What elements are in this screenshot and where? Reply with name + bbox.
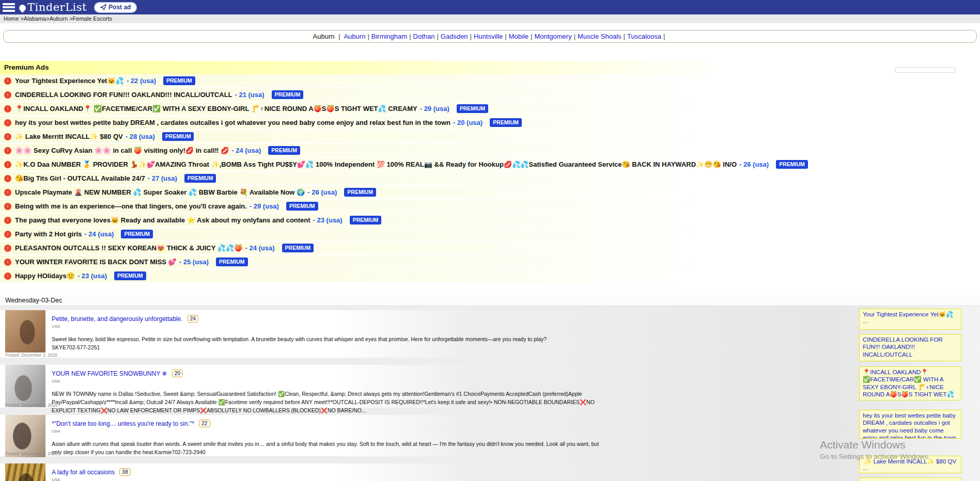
sidebar-premium-ad[interactable]: CINDERELLA LOOKING FOR FUN!!! OAKLAND!!!… (859, 334, 961, 361)
brand-logo[interactable]: TinderList (19, 1, 87, 13)
sidebar-premium-ad[interactable]: 📍INCALL OAKLAND📍 ✅FACETIME/CAR✅ WITH A S… (859, 366, 961, 400)
listing-thumbnail[interactable] (5, 310, 45, 352)
city-link[interactable]: Auburn (344, 33, 365, 40)
premium-ad-row[interactable]: 😘Big Tits Girl - OUTCALL Available 24/7 … (0, 172, 980, 185)
flame-icon (18, 3, 27, 12)
premium-ad-row[interactable]: hey its your best wettes petite baby DRE… (0, 116, 980, 129)
listing-country: USA (52, 477, 610, 481)
sidebar-premium-ad[interactable] (859, 477, 961, 481)
upvote-icon (4, 231, 11, 238)
city-separator: | (470, 33, 472, 40)
premium-ad-row[interactable]: PLEASANTON OUTCALLS !! SEXY KOREAN😻 THIC… (0, 242, 980, 254)
age-badge: 24 (188, 315, 199, 323)
premium-ad-title[interactable]: The pawg that everyone loves🐱 Ready and … (15, 216, 310, 224)
city-link[interactable]: Gadsden (441, 33, 468, 40)
listing-thumbnail[interactable] (5, 463, 45, 481)
listing-title-link[interactable]: A lady for all occasions (52, 469, 115, 476)
premium-ad-row[interactable]: CINDERELLA LOOKING FOR FUN!!! OAKLAND!!!… (0, 88, 980, 101)
premium-ad-title[interactable]: 🌸🌸 Sexy CuRvy Asian 🌸🌸 in call 🍑 visitin… (15, 147, 229, 154)
listing-card: *"Don't stare too long… unless you're re… (0, 415, 610, 456)
premium-ad-title[interactable]: Party with 2 Hot girls (15, 230, 82, 238)
upvote-icon (4, 272, 11, 280)
listing-title-link[interactable]: *"Don't stare too long… unless you're re… (52, 420, 194, 427)
city-link[interactable]: Tuscaloosa (627, 33, 661, 40)
premium-ad-row[interactable]: Happy HOlidays🙂 - 23 (usa) PREMIUM (0, 269, 980, 282)
premium-ad-age: - 24 (usa) (245, 244, 274, 252)
premium-badge: PREMIUM (490, 118, 522, 127)
listing-card: A lady for all occasions 38 USA (0, 463, 610, 481)
premium-ads-section: Premium Ads Your Tightest Experience Yet… (0, 61, 980, 283)
premium-badge: PREMIUM (776, 160, 808, 169)
premium-ad-title[interactable]: YOUR WINTER FAVORITE IS BACK DONT MISS 💕 (15, 258, 177, 266)
brand-name: TinderList (27, 1, 87, 13)
premium-badge: PREMIUM (344, 188, 376, 197)
menu-icon[interactable] (3, 3, 15, 12)
city-separator: | (574, 33, 575, 40)
premium-ad-title[interactable]: Upscale Playmate 🌋 NEW NUMBER 💦 Super So… (15, 188, 305, 196)
premium-ad-row[interactable]: 🌸🌸 Sexy CuRvy Asian 🌸🌸 in call 🍑 visitin… (0, 144, 980, 157)
upvote-icon (4, 161, 11, 168)
premium-ad-title[interactable]: hey its your best wettes petite baby DRE… (15, 119, 450, 126)
sidebar-premium-ad[interactable]: Your Tightest Experience Yet🐱💦 ... (859, 309, 961, 330)
listing-title-link[interactable]: Petite, brunette, and dangerously unforg… (52, 315, 183, 323)
premium-ad-row[interactable]: The pawg that everyone loves🐱 Ready and … (0, 214, 980, 227)
premium-ad-age: - 29 (usa) (420, 105, 449, 113)
listing-country: USA (52, 429, 610, 434)
premium-badge: PREMIUM (268, 146, 300, 155)
premium-ad-row[interactable]: Your Tightest Experience Yet🐱💦 - 22 (usa… (0, 74, 980, 87)
city-link[interactable]: Birmingham (371, 33, 407, 40)
post-ad-button[interactable]: Post ad (94, 2, 137, 13)
premium-ad-row[interactable]: Being with me is an experience—one that … (0, 200, 980, 213)
upvote-icon (4, 133, 11, 140)
premium-ad-title[interactable]: Your Tightest Experience Yet🐱💦 (15, 77, 124, 85)
premium-ad-row[interactable]: YOUR WINTER FAVORITE IS BACK DONT MISS 💕… (0, 255, 980, 268)
sidebar-ad-ellipsis: ... (863, 318, 958, 324)
premium-badge: PREMIUM (121, 230, 153, 238)
sidebar-ad-title[interactable]: CINDERELLA LOOKING FOR FUN!!! OAKLAND!!!… (863, 336, 958, 358)
upvote-icon (4, 189, 11, 196)
premium-ad-row[interactable]: ✨K.O Daa NUMBER 🥇 PROVIDER 💃✨💕AMAZING Th… (0, 158, 980, 171)
posted-date: Posted: December 3, 2025 (5, 352, 57, 358)
premium-ad-title[interactable]: Happy HOlidays🙂 (15, 272, 75, 280)
premium-ad-title[interactable]: CINDERELLA LOOKING FOR FUN!!! OAKLAND!!!… (15, 91, 232, 99)
upvote-icon (4, 245, 11, 252)
city-link[interactable]: Mobile (509, 33, 528, 40)
premium-ad-row[interactable]: ✨ Lake Merritt INCALL✨ $80 QV - 28 (usa)… (0, 130, 980, 143)
sidebar-ad-title[interactable]: hey its your best wettes petite baby DRE… (863, 412, 958, 439)
posted-date: Posted: December 3, 2025 (5, 403, 57, 408)
premium-badge: PREMIUM (350, 216, 382, 225)
city-link[interactable]: Huntsville (474, 33, 503, 40)
post-ad-label: Post ad (108, 4, 131, 11)
sidebar-ad-title[interactable]: Your Tightest Experience Yet🐱💦 (863, 311, 958, 318)
listing-title-link[interactable]: YOUR NEW FAVORITE SNOWBUNNY ❄ (52, 370, 167, 377)
city-current: Auburn (313, 33, 335, 40)
premium-ad-row[interactable]: Party with 2 Hot girls - 24 (usa) PREMIU… (0, 228, 980, 241)
premium-ad-row[interactable]: 📍INCALL OAKLAND📍 ✅FACETIME/CAR✅ WITH A S… (0, 102, 980, 115)
premium-ad-title[interactable]: Being with me is an experience—one that … (15, 202, 247, 210)
premium-ad-age: - 29 (usa) (250, 202, 279, 210)
premium-ad-row[interactable]: Upscale Playmate 🌋 NEW NUMBER 💦 Super So… (0, 186, 980, 199)
breadcrumb[interactable]: Home >Alabama>Auburn >Female Escorts (0, 14, 980, 23)
age-badge: 38 (119, 468, 131, 476)
premium-ad-title[interactable]: ✨ Lake Merritt INCALL✨ $80 QV (15, 133, 123, 140)
listing-thumbnail[interactable] (5, 365, 45, 407)
premium-ad-title[interactable]: ✨K.O Daa NUMBER 🥇 PROVIDER 💃✨💕AMAZING Th… (15, 161, 737, 168)
city-link[interactable]: Montgomery (534, 33, 571, 40)
premium-badge: PREMIUM (272, 90, 304, 99)
sidebar-premium-ad[interactable]: ✨ Lake Merritt INCALL✨ $80 QV ... (859, 456, 961, 473)
city-link[interactable]: Muscle Shoals (578, 33, 621, 40)
city-link[interactable]: Dothan (413, 33, 435, 40)
premium-ad-title[interactable]: PLEASANTON OUTCALLS !! SEXY KOREAN😻 THIC… (15, 244, 242, 252)
premium-ad-age: - 23 (usa) (313, 216, 343, 224)
sidebar-premium-ad[interactable]: hey its your best wettes petite baby DRE… (859, 410, 961, 439)
premium-ads-title: Premium Ads (0, 61, 980, 74)
premium-badge: PREMIUM (282, 244, 314, 252)
sidebar-ad-title[interactable]: ✨ Lake Merritt INCALL✨ $80 QV (863, 458, 958, 465)
premium-ad-title[interactable]: 😘Big Tits Girl - OUTCALL Available 24/7 (15, 174, 145, 182)
sidebar-ad-title[interactable]: 📍INCALL OAKLAND📍 ✅FACETIME/CAR✅ WITH A S… (863, 368, 958, 400)
paper-plane-icon (100, 4, 106, 10)
listing-body: A lady for all occasions 38 USA (52, 463, 610, 481)
top-nav-bar: TinderList Post ad (0, 0, 980, 14)
premium-ad-title[interactable]: 📍INCALL OAKLAND📍 ✅FACETIME/CAR✅ WITH A S… (15, 105, 417, 113)
listing-description: NEW IN TOWNMy name is Dallas !Seductive,… (52, 390, 599, 414)
